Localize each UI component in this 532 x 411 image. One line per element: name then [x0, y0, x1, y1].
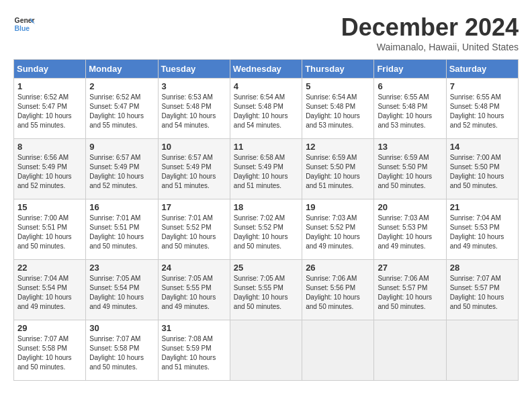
calendar-cell: [446, 320, 518, 381]
day-number: 23: [89, 263, 154, 273]
day-info: Sunrise: 7:05 AM Sunset: 5:54 PM Dayligh…: [89, 274, 154, 312]
location: Waimanalo, Hawaii, United States: [341, 42, 519, 52]
calendar-cell: 2Sunrise: 6:52 AM Sunset: 5:47 PM Daylig…: [86, 79, 158, 139]
calendar-cell: 10Sunrise: 6:57 AM Sunset: 5:49 PM Dayli…: [158, 139, 230, 199]
day-number: 5: [306, 81, 370, 91]
day-number: 14: [450, 142, 515, 152]
day-info: Sunrise: 7:03 AM Sunset: 5:52 PM Dayligh…: [306, 214, 370, 251]
day-of-week-header: Saturday: [446, 60, 518, 79]
day-number: 27: [378, 263, 442, 273]
day-number: 31: [162, 323, 226, 333]
calendar-cell: 28Sunrise: 7:07 AM Sunset: 5:57 PM Dayli…: [446, 260, 518, 320]
calendar-cell: 23Sunrise: 7:05 AM Sunset: 5:54 PM Dayli…: [86, 260, 158, 320]
calendar-cell: [374, 320, 446, 381]
day-info: Sunrise: 7:05 AM Sunset: 5:55 PM Dayligh…: [234, 274, 298, 312]
day-number: 9: [89, 142, 154, 152]
day-info: Sunrise: 6:52 AM Sunset: 5:47 PM Dayligh…: [17, 93, 82, 130]
day-number: 11: [234, 142, 298, 152]
day-info: Sunrise: 6:58 AM Sunset: 5:49 PM Dayligh…: [234, 153, 298, 191]
calendar-cell: 3Sunrise: 6:53 AM Sunset: 5:48 PM Daylig…: [158, 79, 230, 139]
calendar-cell: 30Sunrise: 7:07 AM Sunset: 5:58 PM Dayli…: [86, 320, 158, 381]
calendar-cell: 13Sunrise: 6:59 AM Sunset: 5:50 PM Dayli…: [374, 139, 446, 199]
day-info: Sunrise: 7:02 AM Sunset: 5:52 PM Dayligh…: [234, 214, 298, 251]
day-number: 6: [378, 81, 442, 91]
day-info: Sunrise: 7:07 AM Sunset: 5:58 PM Dayligh…: [89, 334, 154, 372]
day-number: 29: [17, 323, 82, 333]
day-of-week-header: Tuesday: [158, 60, 230, 79]
day-info: Sunrise: 6:56 AM Sunset: 5:49 PM Dayligh…: [17, 153, 82, 191]
month-title: December 2024: [341, 13, 519, 42]
day-number: 17: [162, 202, 226, 212]
day-info: Sunrise: 6:57 AM Sunset: 5:49 PM Dayligh…: [89, 153, 154, 191]
day-of-week-header: Monday: [86, 60, 158, 79]
day-info: Sunrise: 7:00 AM Sunset: 5:51 PM Dayligh…: [17, 214, 82, 251]
day-of-week-header: Sunday: [14, 60, 86, 79]
day-number: 25: [234, 263, 298, 273]
day-number: 30: [89, 323, 154, 333]
calendar-cell: [302, 320, 374, 381]
calendar-cell: 9Sunrise: 6:57 AM Sunset: 5:49 PM Daylig…: [86, 139, 158, 199]
day-info: Sunrise: 6:55 AM Sunset: 5:48 PM Dayligh…: [378, 93, 442, 130]
day-number: 21: [450, 202, 515, 212]
calendar-cell: 26Sunrise: 7:06 AM Sunset: 5:56 PM Dayli…: [302, 260, 374, 320]
day-info: Sunrise: 6:59 AM Sunset: 5:50 PM Dayligh…: [378, 153, 442, 191]
day-of-week-header: Thursday: [302, 60, 374, 79]
day-info: Sunrise: 7:07 AM Sunset: 5:58 PM Dayligh…: [17, 334, 82, 372]
calendar-cell: 15Sunrise: 7:00 AM Sunset: 5:51 PM Dayli…: [14, 199, 86, 260]
calendar-cell: 6Sunrise: 6:55 AM Sunset: 5:48 PM Daylig…: [374, 79, 446, 139]
day-info: Sunrise: 6:59 AM Sunset: 5:50 PM Dayligh…: [306, 153, 370, 191]
day-number: 1: [17, 81, 82, 91]
day-number: 18: [234, 202, 298, 212]
day-number: 13: [378, 142, 442, 152]
calendar-cell: 7Sunrise: 6:55 AM Sunset: 5:48 PM Daylig…: [446, 79, 518, 139]
calendar-cell: 8Sunrise: 6:56 AM Sunset: 5:49 PM Daylig…: [14, 139, 86, 199]
day-info: Sunrise: 7:04 AM Sunset: 5:54 PM Dayligh…: [17, 274, 82, 312]
day-number: 19: [306, 202, 370, 212]
day-number: 4: [234, 81, 298, 91]
day-info: Sunrise: 6:52 AM Sunset: 5:47 PM Dayligh…: [89, 93, 154, 130]
day-info: Sunrise: 6:57 AM Sunset: 5:49 PM Dayligh…: [162, 153, 226, 191]
day-info: Sunrise: 7:06 AM Sunset: 5:56 PM Dayligh…: [306, 274, 370, 312]
calendar-cell: 25Sunrise: 7:05 AM Sunset: 5:55 PM Dayli…: [230, 260, 302, 320]
day-info: Sunrise: 6:55 AM Sunset: 5:48 PM Dayligh…: [450, 93, 515, 130]
day-info: Sunrise: 7:01 AM Sunset: 5:52 PM Dayligh…: [162, 214, 226, 251]
svg-text:Blue: Blue: [15, 25, 30, 32]
day-number: 7: [450, 81, 515, 91]
calendar-cell: 11Sunrise: 6:58 AM Sunset: 5:49 PM Dayli…: [230, 139, 302, 199]
calendar-cell: 12Sunrise: 6:59 AM Sunset: 5:50 PM Dayli…: [302, 139, 374, 199]
day-info: Sunrise: 7:08 AM Sunset: 5:59 PM Dayligh…: [162, 334, 226, 372]
calendar-cell: 31Sunrise: 7:08 AM Sunset: 5:59 PM Dayli…: [158, 320, 230, 381]
day-info: Sunrise: 7:04 AM Sunset: 5:53 PM Dayligh…: [450, 214, 515, 251]
logo-icon: General Blue: [13, 13, 35, 35]
day-info: Sunrise: 7:01 AM Sunset: 5:51 PM Dayligh…: [89, 214, 154, 251]
title-block: December 2024 Waimanalo, Hawaii, United …: [341, 13, 519, 52]
day-number: 8: [17, 142, 82, 152]
day-number: 22: [17, 263, 82, 273]
calendar-cell: 16Sunrise: 7:01 AM Sunset: 5:51 PM Dayli…: [86, 199, 158, 260]
day-info: Sunrise: 7:00 AM Sunset: 5:50 PM Dayligh…: [450, 153, 515, 191]
calendar-cell: 24Sunrise: 7:05 AM Sunset: 5:55 PM Dayli…: [158, 260, 230, 320]
day-info: Sunrise: 7:06 AM Sunset: 5:57 PM Dayligh…: [378, 274, 442, 312]
calendar-cell: [230, 320, 302, 381]
day-info: Sunrise: 6:54 AM Sunset: 5:48 PM Dayligh…: [306, 93, 370, 130]
day-number: 15: [17, 202, 82, 212]
day-number: 2: [89, 81, 154, 91]
day-info: Sunrise: 7:05 AM Sunset: 5:55 PM Dayligh…: [162, 274, 226, 312]
calendar-cell: 14Sunrise: 7:00 AM Sunset: 5:50 PM Dayli…: [446, 139, 518, 199]
calendar: SundayMondayTuesdayWednesdayThursdayFrid…: [13, 59, 519, 381]
day-of-week-header: Wednesday: [230, 60, 302, 79]
day-info: Sunrise: 7:07 AM Sunset: 5:57 PM Dayligh…: [450, 274, 515, 312]
day-number: 16: [89, 202, 154, 212]
calendar-cell: 18Sunrise: 7:02 AM Sunset: 5:52 PM Dayli…: [230, 199, 302, 260]
calendar-cell: 4Sunrise: 6:54 AM Sunset: 5:48 PM Daylig…: [230, 79, 302, 139]
day-number: 20: [378, 202, 442, 212]
day-info: Sunrise: 6:53 AM Sunset: 5:48 PM Dayligh…: [162, 93, 226, 130]
calendar-cell: 5Sunrise: 6:54 AM Sunset: 5:48 PM Daylig…: [302, 79, 374, 139]
calendar-cell: 22Sunrise: 7:04 AM Sunset: 5:54 PM Dayli…: [14, 260, 86, 320]
day-number: 26: [306, 263, 370, 273]
day-number: 10: [162, 142, 226, 152]
calendar-cell: 19Sunrise: 7:03 AM Sunset: 5:52 PM Dayli…: [302, 199, 374, 260]
calendar-cell: 20Sunrise: 7:03 AM Sunset: 5:53 PM Dayli…: [374, 199, 446, 260]
day-info: Sunrise: 7:03 AM Sunset: 5:53 PM Dayligh…: [378, 214, 442, 251]
day-number: 3: [162, 81, 226, 91]
